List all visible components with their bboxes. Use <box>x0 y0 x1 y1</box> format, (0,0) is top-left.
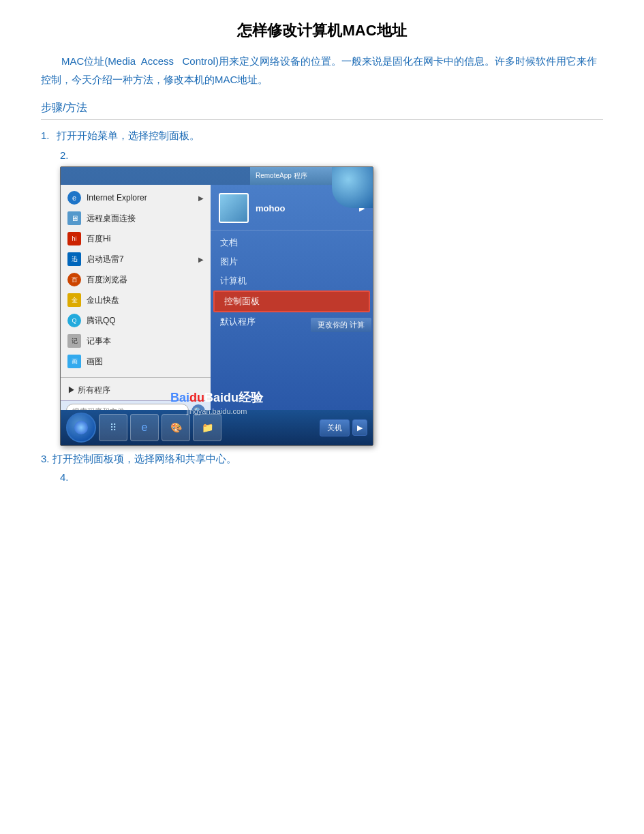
top-app-strip: RemoteApp 程序 <box>250 167 332 185</box>
docs-label: 文档 <box>220 237 238 249</box>
ie-arrow: ▶ <box>198 194 204 202</box>
tooltip-popup: 更改你的 计算 <box>311 318 371 332</box>
menu-item-thunder[interactable]: 迅 启动迅雷7 ▶ <box>61 249 211 269</box>
step-4: 4. <box>60 471 603 483</box>
menu-item-paint[interactable]: 画 画图 <box>61 351 211 372</box>
controlpanel-label: 控制面板 <box>224 295 260 308</box>
remote-app-label: RemoteApp 程序 <box>256 171 307 181</box>
section-header: 步骤/方法 <box>41 101 603 120</box>
remote-icon: 🖥 <box>67 211 81 225</box>
taskbar-paint-icon: 🎨 <box>170 422 182 433</box>
start-button[interactable] <box>66 413 96 443</box>
screenshot-image: RemoteApp 程序 e Internet Explorer ▶ 🖥 远程桌… <box>60 166 373 446</box>
shutdown-button[interactable]: 关机 <box>320 419 350 436</box>
notepad-label: 记事本 <box>87 336 111 347</box>
baidubrowser-label: 百度浏览器 <box>87 274 127 286</box>
menu-item-kingsoft[interactable]: 金 金山快盘 <box>61 290 211 310</box>
ie-icon: e <box>67 191 81 205</box>
step-2-label: 2. <box>60 149 603 161</box>
taskbar-folder-icon: 📁 <box>202 422 213 433</box>
step-3-num: 3. <box>41 453 50 464</box>
tooltip-text: 更改你的 计算 <box>318 321 365 329</box>
notepad-icon: 记 <box>67 334 81 348</box>
baiduhi-icon: hi <box>67 232 81 245</box>
right-menu-controlpanel[interactable]: 控制面板 <box>213 291 370 312</box>
baidu-url: jingyan.baidu.com <box>187 407 247 415</box>
intro-text-part1: MAC位址(Media Access Control)用来定义网络设备的位置。一… <box>41 55 597 85</box>
right-menu-pictures[interactable]: 图片 <box>211 252 373 271</box>
baidubrowser-icon: 百 <box>67 273 81 286</box>
step-1-label: 1. 打开开始菜单，选择控制面板。 <box>41 130 603 143</box>
baiduhi-label: 百度Hi <box>87 233 110 245</box>
menu-item-qq[interactable]: Q 腾讯QQ <box>61 310 211 331</box>
right-menu-computer[interactable]: 计算机 <box>211 271 373 291</box>
left-menu-items: e Internet Explorer ▶ 🖥 远程桌面连接 hi 百度Hi 迅 <box>61 185 211 374</box>
taskbar-paint-btn[interactable]: 🎨 <box>162 414 190 441</box>
right-menu-docs[interactable]: 文档 <box>211 233 373 252</box>
taskbar-ie-icon: e <box>142 421 148 434</box>
start-menu-right: mohoo ▶ 文档 图片 计算机 控制面板 更改你的 计算 默认程序 <box>211 185 373 410</box>
step-1: 1. 打开开始菜单，选择控制面板。 <box>41 130 603 143</box>
windows-logo <box>74 421 88 434</box>
section-label: 步骤/方法 <box>41 102 87 113</box>
ie-label: Internet Explorer <box>87 193 147 203</box>
menu-item-baidubrowser[interactable]: 百 百度浏览器 <box>61 269 211 290</box>
kingsoft-label: 金山快盘 <box>87 295 119 306</box>
page-title: 怎样修改计算机MAC地址 <box>41 20 603 41</box>
computer-label: 计算机 <box>220 275 247 287</box>
taskbar-dots-icon: ⠿ <box>110 422 117 433</box>
thunder-icon: 迅 <box>67 252 81 266</box>
default-label: 默认程序 <box>220 316 256 328</box>
shutdown-area: 关机 ▶ <box>320 419 367 436</box>
paint-label: 画图 <box>87 356 103 368</box>
blue-orb <box>332 167 373 208</box>
shutdown-arrow-btn[interactable]: ▶ <box>352 419 367 436</box>
step-3-text: 打开控制面板项，选择网络和共享中心。 <box>52 453 236 464</box>
thunder-label: 启动迅雷7 <box>87 254 124 265</box>
thunder-arrow: ▶ <box>198 256 204 263</box>
user-avatar <box>219 193 249 223</box>
menu-item-baiduhi[interactable]: hi 百度Hi <box>61 228 211 249</box>
remote-label: 远程桌面连接 <box>87 213 136 224</box>
taskbar-ie-btn[interactable]: e <box>130 414 159 441</box>
qq-icon: Q <box>67 314 81 327</box>
step-3: 3. 打开控制面板项，选择网络和共享中心。 <box>41 453 603 466</box>
menu-item-notepad[interactable]: 记 记事本 <box>61 331 211 351</box>
kingsoft-icon: 金 <box>67 293 81 307</box>
intro-paragraph: MAC位址(Media Access Control)用来定义网络设备的位置。一… <box>41 52 603 89</box>
step-1-num: 1. <box>41 130 50 141</box>
taskbar-app-dots[interactable]: ⠿ <box>99 414 127 441</box>
step-1-text: 打开开始菜单，选择控制面板。 <box>57 130 200 141</box>
qq-label: 腾讯QQ <box>87 315 116 327</box>
taskbar-folder-btn[interactable]: 📁 <box>193 414 221 441</box>
pictures-label: 图片 <box>220 256 238 268</box>
shutdown-label: 关机 <box>327 423 342 432</box>
menu-item-ie[interactable]: e Internet Explorer ▶ <box>61 188 211 208</box>
all-programs-item[interactable]: ▶ 所有程序 <box>61 381 211 400</box>
menu-item-remote[interactable]: 🖥 远程桌面连接 <box>61 208 211 228</box>
left-divider <box>61 377 211 378</box>
username: mohoo <box>256 203 285 213</box>
all-programs-label: ▶ 所有程序 <box>67 385 110 396</box>
paint-icon: 画 <box>67 355 81 368</box>
start-menu-left: e Internet Explorer ▶ 🖥 远程桌面连接 hi 百度Hi 迅 <box>61 185 211 410</box>
